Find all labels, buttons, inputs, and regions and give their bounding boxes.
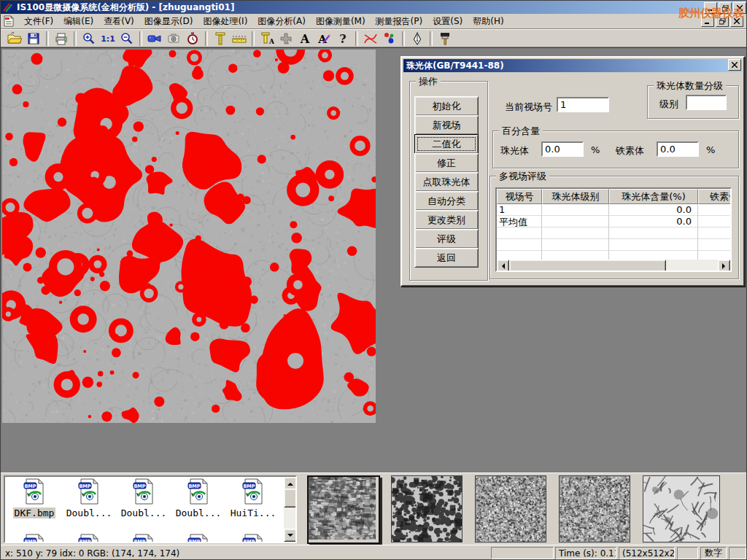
col-ferrite-content[interactable]: 铁素体含量(%) xyxy=(698,189,732,204)
menu-image-analysis[interactable]: 图像分析(A) xyxy=(252,14,311,29)
change-class-button[interactable]: 更改类别 xyxy=(414,210,479,230)
actual-size-icon[interactable]: 1:1 xyxy=(98,31,117,47)
bmp-badge: BMP xyxy=(24,483,36,489)
grading-group-label: 珠光体数量分级 xyxy=(654,79,726,93)
thumbnail-1[interactable] xyxy=(307,475,380,544)
scroll-right-button[interactable] xyxy=(718,260,730,272)
bmp-file-icon: BMP xyxy=(187,478,209,505)
scroll-down-button[interactable] xyxy=(284,529,297,542)
scroll-track[interactable] xyxy=(666,260,718,271)
menu-image-display[interactable]: 图像显示(D) xyxy=(139,14,198,29)
brush-icon[interactable] xyxy=(436,31,454,47)
toolbar-separator xyxy=(402,31,405,46)
menu-edit[interactable]: 编辑(E) xyxy=(58,14,98,29)
binarize-button[interactable]: 二值化 xyxy=(414,134,479,154)
table-row[interactable] xyxy=(497,228,730,239)
window-title: IS100显微摄像系统(金相分析版) - [zhuguangti01] xyxy=(17,1,234,14)
scroll-left-button[interactable] xyxy=(497,260,509,272)
pearlite-dialog: 珠光体(GB/T9441-88) 操作 初始化 新视场 二值化 修正 点取珠光体… xyxy=(400,56,745,287)
edit-text-icon[interactable]: A xyxy=(314,31,333,47)
file-item[interactable]: BMP Doubl... xyxy=(63,478,115,518)
particles-icon[interactable]: a xyxy=(380,31,399,47)
file-item[interactable]: BMP xyxy=(117,534,170,543)
file-item[interactable]: BMP HuiTi... xyxy=(227,478,279,518)
timer-icon[interactable] xyxy=(183,31,202,47)
grade-label: 级别 xyxy=(659,98,678,111)
correct-button[interactable]: 修正 xyxy=(414,153,479,173)
file-item[interactable]: BMP Doubl... xyxy=(117,478,170,518)
scroll-thumb[interactable] xyxy=(509,260,666,272)
return-button[interactable]: 返回 xyxy=(414,248,479,268)
table-row[interactable] xyxy=(497,239,730,251)
auto-classify-button[interactable]: 自动分类 xyxy=(414,191,479,211)
file-name[interactable]: Doubl... xyxy=(65,508,114,518)
file-name[interactable]: DKF.bmp xyxy=(13,508,56,518)
dialog-close-icon[interactable] xyxy=(728,59,741,71)
current-field-input[interactable] xyxy=(557,97,609,112)
help-icon[interactable]: ? xyxy=(333,31,352,47)
file-name[interactable]: Doubl... xyxy=(174,508,223,518)
cell xyxy=(698,239,732,251)
file-item[interactable]: BMP xyxy=(227,534,279,543)
bmp-file-icon: BMP xyxy=(23,478,45,505)
camera-icon[interactable] xyxy=(164,31,183,47)
grade-input[interactable] xyxy=(686,95,727,110)
menu-image-processing[interactable]: 图像处理(I) xyxy=(198,14,252,29)
metallographic-image[interactable] xyxy=(2,50,376,423)
menu-file[interactable]: 文件(F) xyxy=(19,14,58,29)
toolbar-separator xyxy=(205,31,208,46)
menu-image-measure[interactable]: 图像测量(M) xyxy=(311,14,371,29)
pick-pearlite-button[interactable]: 点取珠光体 xyxy=(414,172,479,192)
init-button[interactable]: 初始化 xyxy=(414,96,479,116)
status-time: Time (s): 0.113 xyxy=(555,547,616,559)
ferrite-input[interactable] xyxy=(657,141,699,157)
thumbnail-5[interactable] xyxy=(643,475,720,542)
menu-view[interactable]: 查看(V) xyxy=(98,14,139,29)
text-icon[interactable]: A xyxy=(295,31,314,47)
bmp-badge: BMP xyxy=(24,539,36,544)
thumbnail-2[interactable] xyxy=(391,475,462,542)
operations-group-label: 操作 xyxy=(416,75,441,88)
print-icon[interactable] xyxy=(52,31,71,47)
vendor-watermark: 胶州仪器仪表 xyxy=(678,7,744,20)
new-field-button[interactable]: 新视场 xyxy=(414,115,479,135)
zoom-in-icon[interactable] xyxy=(80,31,98,47)
col-pearlite-content[interactable]: 珠光体含量(%) xyxy=(609,189,698,204)
menu-report[interactable]: 测量报告(P) xyxy=(371,14,428,29)
zoom-out-icon[interactable] xyxy=(117,31,136,47)
scroll-thumb[interactable] xyxy=(284,489,297,508)
pearlite-input[interactable] xyxy=(541,141,584,157)
file-browser: BMP DKF.bmp BMP Doubl... BMP Doubl... BM… xyxy=(4,475,297,543)
col-pearlite-grade[interactable]: 珠光体级别 xyxy=(542,189,609,204)
status-mode: 数字 xyxy=(700,547,727,559)
file-name[interactable]: Doubl... xyxy=(120,508,169,518)
status-empty-panel xyxy=(729,547,746,559)
cross-marker-icon[interactable] xyxy=(276,31,295,47)
pen-icon[interactable] xyxy=(408,31,427,47)
file-item[interactable]: BMP Doubl... xyxy=(172,478,225,518)
save-icon[interactable] xyxy=(24,31,43,47)
video-camera-icon[interactable] xyxy=(145,31,164,47)
file-item[interactable]: BMP DKF.bmp xyxy=(8,478,61,518)
table-row[interactable]: 平均值 0.0 xyxy=(497,216,730,228)
caliper-icon[interactable] xyxy=(211,31,230,47)
table-row[interactable]: 1 0.0 xyxy=(497,204,730,216)
rate-button[interactable]: 评级 xyxy=(414,229,479,249)
cell xyxy=(542,239,609,251)
pearlite-unit: % xyxy=(591,144,600,155)
file-item[interactable]: BMP xyxy=(172,534,225,543)
file-item[interactable]: BMP xyxy=(8,534,61,543)
cell xyxy=(698,204,732,216)
col-field-no[interactable]: 视场号 xyxy=(497,189,542,204)
file-name[interactable]: HuiTi... xyxy=(229,508,278,518)
dialog-title-bar[interactable]: 珠光体(GB/T9441-88) xyxy=(403,59,742,72)
menu-help[interactable]: 帮助(H) xyxy=(468,14,508,29)
ruler-icon[interactable] xyxy=(230,31,249,47)
file-item[interactable]: BMP xyxy=(63,534,115,543)
measure-text-icon[interactable]: A xyxy=(258,31,276,47)
thumbnail-4[interactable] xyxy=(559,475,630,542)
thumbnail-3[interactable] xyxy=(475,475,546,542)
menu-settings[interactable]: 设置(S) xyxy=(427,14,468,29)
open-file-icon[interactable] xyxy=(5,31,24,47)
curve-icon[interactable] xyxy=(361,31,380,47)
